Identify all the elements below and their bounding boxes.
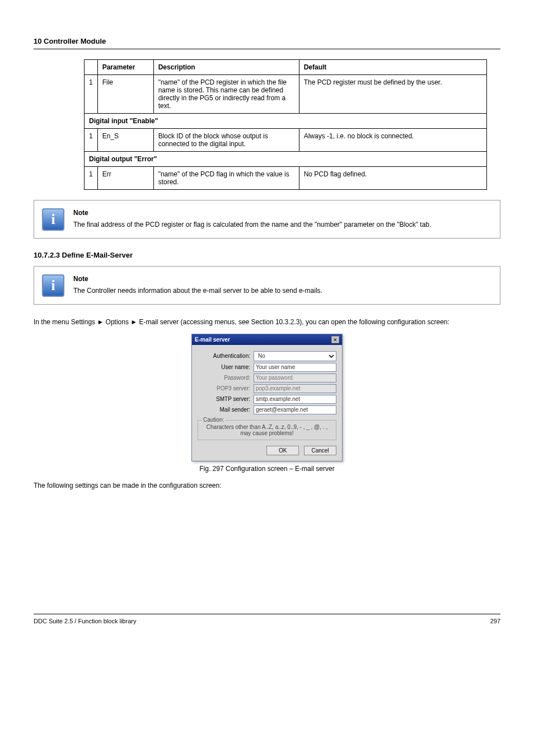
- cell-desc: "name" of the PCD flag in which the valu…: [153, 167, 299, 190]
- pop3-label: POP3 server:: [198, 385, 254, 391]
- cell-desc: "name" of the PCD register in which the …: [153, 75, 299, 114]
- info-icon: i: [42, 208, 64, 231]
- smtp-input[interactable]: [254, 395, 336, 404]
- cell-num: 1: [85, 167, 98, 190]
- cell-param: En_S: [97, 129, 153, 152]
- table-header-row: Parameter Description Default: [85, 60, 487, 75]
- col-default: Default: [299, 60, 486, 75]
- table-row: 1 Err "name" of the PCD flag in which th…: [85, 167, 487, 190]
- group-dout: Digital output "Error": [85, 152, 487, 167]
- caution-text: Characters other than A..Z, a..z, 0..9, …: [207, 424, 327, 436]
- col-desc: Description: [153, 60, 299, 75]
- cell-param: Err: [97, 167, 153, 190]
- table-row: 1 En_S Block ID of the block whose outpu…: [85, 129, 487, 152]
- group-din: Digital input "Enable": [85, 114, 487, 129]
- page: 10 Controller Module Parameter Descripti…: [0, 0, 534, 647]
- username-input[interactable]: [254, 363, 336, 372]
- dialog-title: E-mail server: [195, 337, 230, 343]
- password-input[interactable]: [254, 374, 336, 382]
- note-body: The Controller needs information about t…: [73, 286, 491, 296]
- dialog-titlebar: E-mail server ✕: [192, 334, 342, 345]
- paragraph-intro: In the menu Settings ► Options ► E-mail …: [34, 317, 500, 327]
- info-icon: i: [42, 274, 64, 297]
- table-group-row: Digital output "Error": [85, 152, 487, 167]
- cell-default: No PCD flag defined.: [299, 167, 486, 190]
- col-blank: [85, 60, 98, 75]
- col-param: Parameter: [97, 60, 153, 75]
- email-server-dialog: E-mail server ✕ Authentication: No User …: [191, 334, 343, 461]
- sender-label: Mail sender:: [198, 407, 254, 413]
- footer-left: DDC Suite 2.5 / Function block library: [34, 618, 136, 624]
- auth-label: Authentication:: [198, 353, 254, 359]
- cell-num: 1: [85, 129, 98, 152]
- cell-desc: Block ID of the block whose output is co…: [153, 129, 299, 152]
- smtp-label: SMTP server:: [198, 396, 254, 402]
- note-body: The final address of the PCD register or…: [73, 220, 491, 230]
- pop3-input[interactable]: [254, 384, 336, 393]
- cell-num: 1: [85, 75, 98, 114]
- note-box: i Note The final address of the PCD regi…: [34, 200, 500, 239]
- cell-default: Always -1, i.e. no block is connected.: [299, 129, 486, 152]
- close-icon[interactable]: ✕: [331, 336, 339, 343]
- sender-input[interactable]: [254, 405, 336, 414]
- cancel-button[interactable]: Cancel: [304, 446, 336, 455]
- caution-box: Caution: Characters other than A..Z, a..…: [198, 420, 336, 440]
- table-group-row: Digital input "Enable": [85, 114, 487, 129]
- auth-select[interactable]: No: [254, 351, 336, 361]
- table-row: 1 File "name" of the PCD register in whi…: [85, 75, 487, 114]
- note-box: i Note The Controller needs information …: [34, 266, 500, 305]
- dialog-body: Authentication: No User name: Password: …: [192, 345, 342, 461]
- sub-heading: 10.7.2.3 Define E-Mail-Server: [34, 251, 500, 259]
- cell-default: The PCD register must be defined by the …: [299, 75, 486, 114]
- page-footer: DDC Suite 2.5 / Function block library 2…: [34, 614, 500, 624]
- figure-wrap: E-mail server ✕ Authentication: No User …: [34, 334, 500, 473]
- footer-page-number: 297: [490, 618, 500, 624]
- caution-legend: Caution:: [202, 417, 226, 423]
- param-table: Parameter Description Default 1 File "na…: [84, 59, 487, 190]
- paragraph-below: The following settings can be made in th…: [34, 480, 500, 491]
- password-label: Password:: [198, 375, 254, 381]
- note-title: Note: [73, 274, 491, 284]
- ok-button[interactable]: OK: [266, 446, 299, 455]
- username-label: User name:: [198, 364, 254, 370]
- note-title: Note: [73, 208, 491, 218]
- figure-caption: Fig. 297 Configuration screen – E-mail s…: [34, 465, 500, 473]
- cell-param: File: [97, 75, 153, 114]
- section-title: 10 Controller Module: [34, 34, 500, 49]
